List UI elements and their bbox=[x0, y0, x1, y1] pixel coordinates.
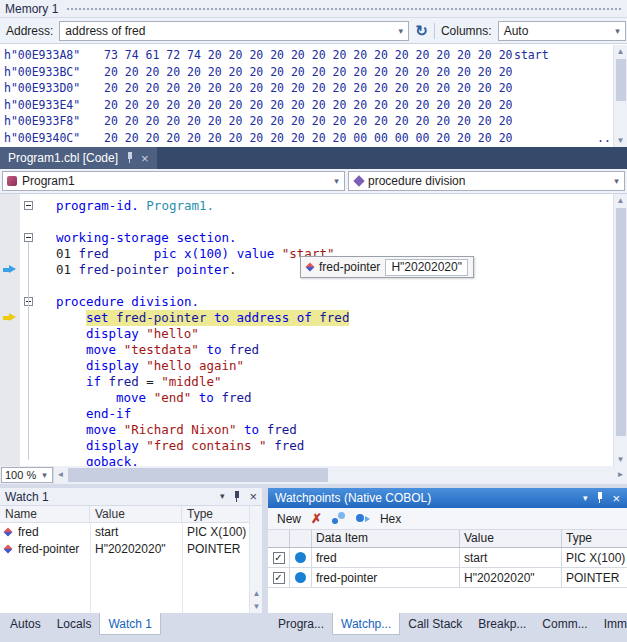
scroll-right-icon[interactable]: ► bbox=[614, 466, 627, 484]
panel-tab-watchp[interactable]: Watchp... bbox=[332, 613, 400, 635]
titlebar-grip[interactable] bbox=[66, 7, 622, 11]
watchpoint-toggle-icon[interactable] bbox=[332, 512, 346, 525]
scroll-down-icon[interactable]: ▼ bbox=[250, 600, 263, 613]
panel-tab-breakp[interactable]: Breakp... bbox=[470, 613, 534, 635]
watch-value-cell[interactable]: start bbox=[90, 525, 182, 539]
chevron-down-icon[interactable]: ▾ bbox=[610, 26, 625, 36]
panel-tab-immedi[interactable]: Immedi... bbox=[596, 613, 627, 635]
code-line[interactable]: move "Richard Nixon" to fred bbox=[0, 422, 613, 438]
code-line-text[interactable]: display "fred contains " fred bbox=[86, 438, 304, 454]
code-line-text[interactable]: goback. bbox=[86, 454, 139, 466]
datatip[interactable]: fred-pointer H"20202020" bbox=[300, 256, 474, 278]
code-line-text[interactable]: set fred-pointer to address of fred bbox=[86, 310, 349, 326]
breakpoint-gutter[interactable] bbox=[0, 294, 20, 310]
breakpoint-gutter[interactable] bbox=[0, 246, 20, 262]
breakpoint-gutter[interactable] bbox=[0, 374, 20, 390]
code-line[interactable]: if fred = "middle" bbox=[0, 374, 613, 390]
code-line-text[interactable]: display "hello" bbox=[86, 326, 199, 342]
memory-row[interactable]: h"00E933E4"20 20 20 20 20 20 20 20 20 20… bbox=[4, 97, 613, 114]
chevron-down-icon[interactable]: ▾ bbox=[393, 26, 408, 36]
code-line[interactable]: working-storage section. bbox=[0, 230, 613, 246]
scrollbar-thumb[interactable] bbox=[616, 59, 626, 101]
scroll-up-icon[interactable]: ▲ bbox=[614, 194, 627, 207]
memory-bytes[interactable]: 73 74 61 72 74 20 20 20 20 20 20 20 20 2… bbox=[104, 47, 514, 64]
collapse-minus-icon[interactable] bbox=[24, 233, 33, 242]
breakpoint-gutter[interactable] bbox=[0, 422, 20, 438]
code-line[interactable]: procedure division. bbox=[0, 294, 613, 310]
memory-row[interactable]: h"00E9340C"20 20 20 20 20 20 20 20 20 20… bbox=[4, 130, 613, 147]
code-line-text[interactable]: end-if bbox=[86, 406, 131, 422]
breakpoint-gutter[interactable] bbox=[0, 358, 20, 374]
memory-bytes[interactable]: 20 20 20 20 20 20 20 20 20 20 20 20 20 2… bbox=[104, 97, 514, 114]
memory-titlebar[interactable]: Memory 1 bbox=[0, 0, 627, 18]
panel-tab-watch-1[interactable]: Watch 1 bbox=[99, 613, 161, 635]
breakpoint-gutter[interactable] bbox=[0, 454, 20, 466]
breakpoint-gutter[interactable] bbox=[0, 214, 20, 230]
code-line-text[interactable]: display "hello again" bbox=[86, 358, 244, 374]
scroll-down-icon[interactable]: ▼ bbox=[614, 453, 627, 466]
breakpoint-gutter[interactable] bbox=[0, 406, 20, 422]
code-line[interactable]: display "fred contains " fred bbox=[0, 438, 613, 454]
code-line[interactable] bbox=[0, 278, 613, 294]
memory-row[interactable]: h"00E933F8"20 20 20 20 20 20 20 20 20 20… bbox=[4, 113, 613, 130]
scrollbar-thumb[interactable] bbox=[68, 468, 328, 482]
watch-scrollbar[interactable]: ▲ ▼ bbox=[249, 506, 262, 613]
column-header-type[interactable]: Type bbox=[182, 506, 249, 522]
watchpoint-value[interactable]: start bbox=[460, 548, 562, 567]
column-header-name[interactable]: Name bbox=[0, 506, 90, 522]
watch-value-cell[interactable]: H"20202020" bbox=[90, 542, 182, 556]
breakpoint-gutter[interactable] bbox=[0, 438, 20, 454]
code-line-text[interactable]: 01 fred-pointer pointer. bbox=[56, 262, 237, 278]
breakpoint-gutter[interactable] bbox=[0, 278, 20, 294]
memory-bytes[interactable]: 20 20 20 20 20 20 20 20 20 20 20 20 20 2… bbox=[104, 80, 514, 97]
breakpoint-gutter[interactable] bbox=[0, 310, 20, 326]
memory-row[interactable]: h"00E933D0"20 20 20 20 20 20 20 20 20 20… bbox=[4, 80, 613, 97]
watch-row[interactable]: fred-pointerH"20202020"POINTER bbox=[0, 540, 249, 557]
watchpoint-checkbox-cell[interactable]: ✓ bbox=[268, 568, 290, 587]
chevron-down-icon[interactable]: ▾ bbox=[37, 470, 52, 480]
code-line[interactable]: move "end" to fred bbox=[0, 390, 613, 406]
scroll-up-icon[interactable]: ▲ bbox=[614, 45, 627, 58]
memory-content[interactable]: h"00E933A8"73 74 61 72 74 20 20 20 20 20… bbox=[0, 45, 613, 147]
breakpoint-gutter[interactable] bbox=[0, 198, 20, 214]
pin-icon[interactable] bbox=[125, 152, 134, 164]
members-dropdown[interactable]: procedure division ▾ bbox=[348, 171, 625, 191]
new-watchpoint-button[interactable]: New bbox=[277, 512, 301, 526]
watch-name-cell[interactable]: fred bbox=[0, 525, 90, 539]
column-header-status[interactable] bbox=[290, 530, 312, 547]
editor-scrollbar[interactable]: ▲ ▼ bbox=[613, 194, 627, 466]
document-tab-program1[interactable]: Program1.cbl [Code] × bbox=[0, 147, 157, 169]
outlining-margin[interactable] bbox=[20, 294, 38, 310]
code-line-text[interactable]: program-id. Program1. bbox=[56, 198, 214, 214]
panel-tab-progra[interactable]: Progra... bbox=[270, 613, 332, 635]
panel-tab-comm[interactable]: Comm... bbox=[534, 613, 595, 635]
memory-row[interactable]: h"00E933A8"73 74 61 72 74 20 20 20 20 20… bbox=[4, 47, 613, 64]
code-area[interactable]: program-id. Program1.working-storage sec… bbox=[0, 194, 613, 466]
code-editor[interactable]: program-id. Program1.working-storage sec… bbox=[0, 194, 627, 466]
window-position-icon[interactable]: ▾ bbox=[220, 492, 225, 501]
code-line-text[interactable]: if fred = "middle" bbox=[86, 374, 221, 390]
column-header-enabled[interactable] bbox=[268, 530, 290, 547]
types-dropdown[interactable]: Program1 ▾ bbox=[2, 171, 345, 191]
outlining-margin[interactable] bbox=[20, 198, 38, 214]
watchpoints-titlebar[interactable]: Watchpoints (Native COBOL) ▾ × bbox=[268, 488, 627, 508]
code-line[interactable]: move "testdata" to fred bbox=[0, 342, 613, 358]
memory-scrollbar[interactable]: ▲ ▼ bbox=[613, 45, 627, 147]
close-icon[interactable]: × bbox=[141, 152, 149, 165]
code-line[interactable]: end-if bbox=[0, 406, 613, 422]
column-header-data-item[interactable]: Data Item bbox=[312, 530, 460, 547]
panel-tab-autos[interactable]: Autos bbox=[2, 613, 49, 635]
code-line[interactable]: set fred-pointer to address of fred bbox=[0, 310, 613, 326]
watch-row[interactable]: fredstartPIC X(100) bbox=[0, 523, 249, 540]
editor-horizontal-scrollbar[interactable]: ◄ ► bbox=[53, 466, 627, 484]
code-line[interactable] bbox=[0, 214, 613, 230]
delete-watchpoint-icon[interactable]: ✗ bbox=[311, 512, 322, 525]
column-header-value[interactable]: Value bbox=[460, 530, 562, 547]
close-icon[interactable]: × bbox=[249, 490, 257, 503]
goto-watchpoint-icon[interactable] bbox=[356, 512, 370, 525]
panel-tab-locals[interactable]: Locals bbox=[49, 613, 100, 635]
datatip-value[interactable]: H"20202020" bbox=[385, 259, 468, 276]
watchpoint-row[interactable]: ✓fred-pointerH"20202020"POINTER bbox=[268, 568, 627, 588]
close-icon[interactable]: × bbox=[612, 492, 620, 505]
code-line-text[interactable]: procedure division. bbox=[56, 294, 199, 310]
